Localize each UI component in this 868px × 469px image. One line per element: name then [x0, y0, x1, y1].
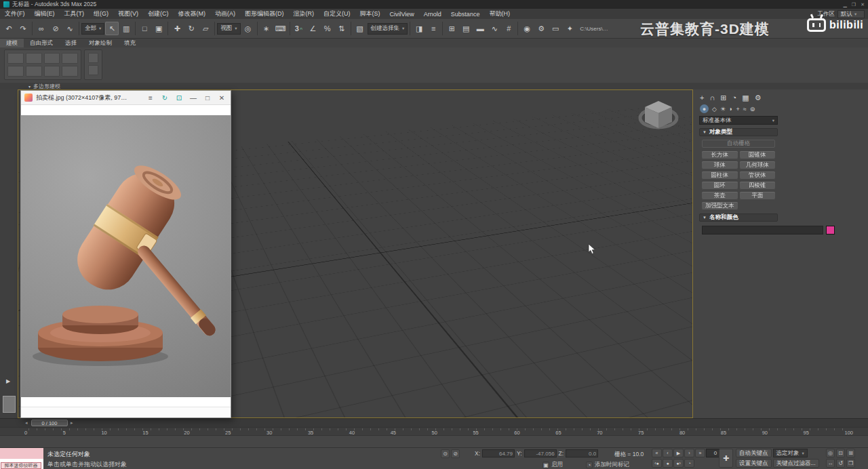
play-icon[interactable]: ▶ [673, 449, 684, 457]
spacewarps-category-icon[interactable]: ≈ [743, 106, 747, 113]
layer-explorer-icon[interactable]: ▤ [459, 22, 473, 35]
menu-tools[interactable]: 工具(T) [60, 9, 90, 19]
next-frame-icon[interactable]: › [684, 449, 694, 457]
button-plane[interactable]: 平面 [740, 192, 776, 200]
modify-tab-icon[interactable]: ∩ [709, 94, 715, 102]
auto-key-button[interactable]: 自动关键点 [736, 449, 772, 457]
add-time-tag[interactable]: ◔ 添加时间标记 [586, 461, 629, 469]
viewer-title-bar[interactable]: 拍卖槌.jpg (3072×4107像素, 97… ≡ ↻ ⊡ — □ ✕ [21, 91, 231, 105]
dock-expand-icon[interactable]: ▶ [6, 378, 10, 384]
docked-panel-thumb[interactable] [3, 396, 16, 413]
go-to-start-icon[interactable]: « [652, 449, 662, 457]
ribbon-tool-button[interactable] [88, 53, 98, 63]
ribbon-tool-button[interactable] [7, 66, 24, 77]
display-tab-icon[interactable]: ▦ [742, 94, 749, 102]
material-editor-icon[interactable]: ◉ [520, 22, 534, 35]
viewcube[interactable] [638, 96, 682, 138]
curve-editor-icon[interactable]: ∿ [488, 22, 501, 35]
button-box[interactable]: 长方体 [702, 151, 738, 159]
next-key-icon[interactable]: ●› [673, 459, 684, 468]
create-tab-icon[interactable]: + [700, 94, 704, 102]
time-configuration-icon[interactable]: ◔ [684, 459, 694, 468]
keyboard-override-icon[interactable]: ⌨ [274, 22, 288, 35]
set-keys-icon[interactable]: ✚ [719, 449, 733, 468]
zoom-icon[interactable]: ◎ [826, 449, 835, 457]
frame-back-icon[interactable]: ◂ [25, 420, 28, 426]
systems-category-icon[interactable]: ⊚ [750, 106, 755, 113]
ribbon-tool-button[interactable] [44, 53, 60, 64]
named-selection-dropdown[interactable]: 创建选择集▾ [368, 23, 408, 35]
menu-customize[interactable]: 自定义(U) [319, 9, 355, 19]
menu-help[interactable]: 帮助(H) [484, 9, 515, 19]
angle-snap-icon[interactable]: ∠ [307, 22, 320, 35]
previous-frame-icon[interactable]: ‹ [663, 449, 673, 457]
x-coordinate-field[interactable] [482, 449, 515, 457]
window-crossing-icon[interactable]: ▣ [152, 22, 165, 35]
button-torus[interactable]: 圆环 [702, 182, 738, 190]
ribbon-tool-button[interactable] [26, 53, 42, 64]
track-bar[interactable]: 0 5 10 15 20 25 30 35 40 45 50 55 60 65 … [0, 427, 868, 435]
menu-edit[interactable]: 编辑(E) [30, 9, 60, 19]
rollout-object-type[interactable]: ▼ 对象类型 [699, 128, 778, 136]
pan-icon[interactable]: ↔ [826, 459, 835, 468]
z-coordinate-field[interactable] [566, 449, 598, 457]
select-and-rotate-icon[interactable]: ↻ [184, 22, 198, 35]
menu-group[interactable]: 组(G) [89, 9, 113, 19]
reference-coordinate-dropdown[interactable]: 视图▾ [217, 23, 240, 35]
ribbon-tab-selection[interactable]: 选择 [59, 39, 83, 47]
zoom-region-icon[interactable]: ⊞ [846, 449, 855, 457]
cameras-category-icon[interactable]: ◗ [729, 106, 732, 113]
lights-category-icon[interactable]: ☀ [720, 106, 726, 113]
bind-to-space-warp-icon[interactable]: ∿ [63, 22, 77, 35]
geometry-category-icon[interactable]: ● [700, 104, 709, 113]
ribbon-tool-button[interactable] [7, 53, 24, 64]
motion-tab-icon[interactable]: ◔ [732, 94, 737, 102]
select-and-link-icon[interactable]: ∞ [35, 22, 48, 35]
render-production-icon[interactable]: ✦ [563, 22, 576, 35]
menu-graph-editors[interactable]: 图形编辑器(D) [240, 9, 289, 19]
orbit-icon[interactable]: ↺ [836, 459, 845, 468]
key-filters-button[interactable]: 关键点过滤器... [773, 459, 819, 468]
object-color-swatch[interactable] [826, 226, 835, 234]
select-object-icon[interactable]: ↖ [105, 22, 119, 35]
render-setup-icon[interactable]: ⚙ [534, 22, 548, 35]
button-geosphere[interactable]: 几何球体 [740, 161, 776, 169]
menu-civilview[interactable]: CivilView [385, 9, 419, 19]
viewer-rotate-icon[interactable]: ↻ [159, 94, 170, 102]
helpers-category-icon[interactable]: + [736, 106, 739, 113]
unlink-selection-icon[interactable]: ⊘ [49, 22, 62, 35]
menu-file[interactable]: 文件(F) [0, 9, 30, 19]
menu-create[interactable]: 创建(C) [143, 9, 174, 19]
key-mode-icon[interactable]: ● [663, 459, 673, 468]
hierarchy-tab-icon[interactable]: ⊞ [720, 94, 726, 102]
scene-explorer-icon[interactable]: ⊞ [445, 22, 458, 35]
button-sphere[interactable]: 球体 [702, 161, 738, 169]
y-coordinate-field[interactable] [524, 449, 557, 457]
select-by-name-icon[interactable]: ▥ [119, 22, 133, 35]
button-pyramid[interactable]: 四棱锥 [740, 182, 776, 190]
select-and-move-icon[interactable]: ✚ [170, 22, 184, 35]
ribbon-tab-object-paint[interactable]: 对象绘制 [83, 39, 118, 47]
align-icon[interactable]: ≡ [427, 22, 440, 35]
ribbon-tab-populate[interactable]: 填充 [118, 39, 142, 47]
ribbon-tool-button[interactable] [44, 66, 60, 77]
menu-rendering[interactable]: 渲染(R) [289, 9, 319, 19]
shapes-category-icon[interactable]: ◇ [712, 106, 717, 113]
redo-icon[interactable]: ↷ [16, 22, 30, 35]
frame-forward-icon[interactable]: ▸ [71, 420, 73, 426]
spinner-snap-icon[interactable]: ⇅ [335, 22, 349, 35]
autogrid-toggle[interactable]: 自动栅格 [702, 140, 775, 148]
schematic-view-icon[interactable]: # [502, 22, 515, 35]
ribbon-tool-button[interactable] [62, 66, 78, 77]
select-and-scale-icon[interactable]: ▱ [199, 22, 212, 35]
ribbon-tool-button[interactable] [88, 65, 98, 75]
ribbon-tab-freeform[interactable]: 自由形式 [24, 39, 59, 47]
edit-named-sets-icon[interactable]: ▧ [353, 22, 367, 35]
percent-snap-icon[interactable]: % [321, 22, 334, 35]
menu-modifiers[interactable]: 修改器(M) [174, 9, 211, 19]
rendered-frame-icon[interactable]: ▭ [549, 22, 562, 35]
undo-icon[interactable]: ↶ [2, 22, 16, 35]
menu-substance[interactable]: Substance [446, 9, 485, 19]
button-tube[interactable]: 管状体 [740, 171, 776, 180]
use-pivot-center-icon[interactable]: ◎ [241, 22, 255, 35]
